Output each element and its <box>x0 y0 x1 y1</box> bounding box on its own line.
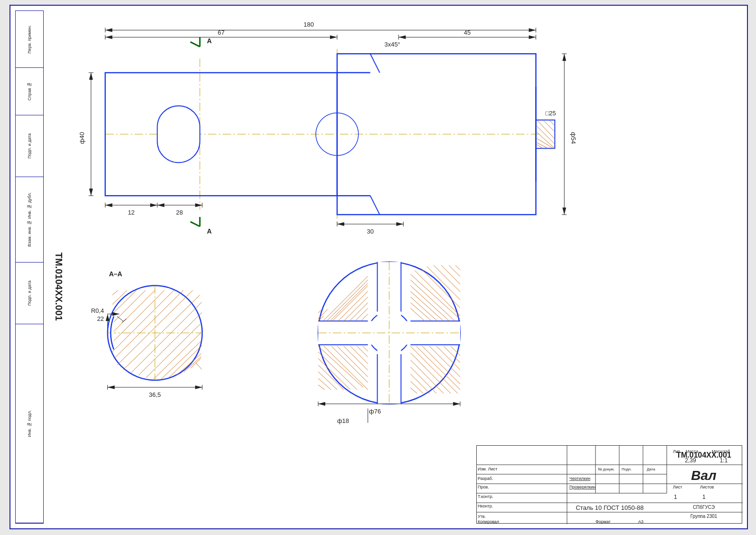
dim-chamfer: 3х45° <box>385 41 400 48</box>
utv-label: Утв. <box>478 514 486 519</box>
cut-a-bot: А <box>207 227 212 235</box>
dim-22: 22 <box>97 315 104 322</box>
svg-rect-21 <box>157 106 200 163</box>
title-rotated-area: ТМ.0104ХХ.001 <box>45 10 83 105</box>
sidebar-vzam: Взам. инв. № Инв. № дубл. <box>16 177 43 263</box>
drawing-sheet: Перв. примен. Справ № Подп. и дата Взам.… <box>9 5 748 529</box>
dim-d76: ф76 <box>369 408 381 415</box>
group-name: Группа 2301 <box>690 514 718 519</box>
sidebar-label-1: Перв. примен. <box>27 25 32 54</box>
svg-marker-136 <box>89 188 93 196</box>
format-label: Формат <box>595 519 611 524</box>
cut-a-top: А <box>207 37 212 45</box>
lit-label: Лит <box>673 449 680 454</box>
prov-label: Пров. <box>478 485 489 489</box>
sheet-num: 1 <box>674 494 677 500</box>
svg-marker-135 <box>89 73 93 80</box>
title-block-svg: Вал ТМ.0104ХХ.001 Лит Масса Масштаб 2,39… <box>477 446 743 524</box>
svg-line-43 <box>113 291 118 295</box>
svg-line-5 <box>370 54 380 73</box>
svg-marker-122 <box>105 28 113 32</box>
scale-value: 1:1 <box>720 457 728 464</box>
dim-25: □25 <box>545 110 556 117</box>
svg-marker-141 <box>562 207 566 215</box>
dim-67: 67 <box>218 29 225 36</box>
svg-marker-146 <box>150 203 157 207</box>
svg-marker-150 <box>157 203 164 207</box>
listov-label: Листов <box>700 485 714 489</box>
svg-line-17 <box>543 120 555 132</box>
dim-28: 28 <box>176 209 183 216</box>
sidebar: Перв. примен. Справ № Подп. и дата Взам.… <box>15 10 44 524</box>
svg-line-18 <box>549 120 555 126</box>
masshtab-label: Масштаб <box>712 449 730 454</box>
svg-line-118 <box>190 222 200 226</box>
sidebar-inv: Инв. № подл. <box>16 324 43 523</box>
svg-marker-169 <box>318 402 325 406</box>
sidebar-sprav: Справ № <box>16 68 43 115</box>
nodok-header: № докум. <box>598 467 614 471</box>
designer-name: Чертилкин <box>569 476 590 481</box>
massa-label: Масса <box>686 449 699 454</box>
sidebar-label-3: Подп. и дата <box>27 133 32 159</box>
svg-line-39 <box>196 363 202 369</box>
format-value: А3 <box>638 519 643 524</box>
svg-line-98 <box>318 378 331 390</box>
sidebar-perv: Перв. примен. <box>16 11 43 68</box>
svg-marker-145 <box>105 203 113 207</box>
sidebar-label-4: Взам. инв. № Инв. № дубл. <box>27 192 32 247</box>
dim-12: 12 <box>128 209 134 216</box>
svg-marker-170 <box>453 402 460 406</box>
svg-marker-131 <box>529 35 536 39</box>
dim-r04: R0,4 <box>91 307 104 314</box>
sheets-total: 1 <box>702 494 706 500</box>
mass-value: 2,39 <box>685 457 696 464</box>
dim-d54: ф54 <box>570 132 577 144</box>
list-label: Лист <box>673 485 682 489</box>
dim-365: 36,5 <box>149 391 161 398</box>
dim-180: 180 <box>303 21 314 28</box>
podp-header: Подп. <box>622 467 632 471</box>
svg-marker-140 <box>562 54 566 61</box>
drawing-title-rotated: ТМ.0104ХХ.001 <box>54 253 64 321</box>
svg-marker-128 <box>330 35 337 39</box>
kopiroval-label: Копировал <box>478 519 499 524</box>
svg-marker-130 <box>398 35 406 39</box>
org-name: СПбГУСЭ <box>693 505 715 510</box>
svg-marker-155 <box>396 222 403 226</box>
svg-line-116 <box>190 42 200 47</box>
svg-line-84 <box>449 265 460 277</box>
sidebar-label-5: Подп. и дата <box>27 281 32 306</box>
dim-45: 45 <box>464 29 471 36</box>
svg-line-85 <box>455 265 460 270</box>
svg-marker-127 <box>105 35 113 39</box>
svg-marker-151 <box>195 203 202 207</box>
svg-marker-154 <box>337 222 344 226</box>
svg-marker-164 <box>108 385 115 389</box>
dim-d18: ф18 <box>337 417 349 424</box>
svg-marker-160 <box>106 314 110 321</box>
tkontrol-label: Т.контр. <box>478 494 493 499</box>
svg-marker-123 <box>529 28 536 32</box>
svg-line-8 <box>370 196 380 215</box>
nkontrol-label: Нконтр. <box>478 504 493 508</box>
checker-name: Проверялкин <box>569 485 595 489</box>
svg-line-83 <box>441 265 460 284</box>
sidebar-podp2: Подп. и дата <box>16 263 43 324</box>
izm-label: Изм. Лист <box>478 467 497 471</box>
razrab-label: Разраб. <box>478 476 493 481</box>
dim-d40: ф40 <box>78 132 85 144</box>
svg-line-99 <box>318 385 325 390</box>
data-header: Дата <box>647 467 655 471</box>
title-block: Вал ТМ.0104ХХ.001 Лит Масса Масштаб 2,39… <box>476 445 742 524</box>
sidebar-label-2: Справ № <box>27 82 32 101</box>
section-aa-label: А–А <box>109 270 123 278</box>
dim-30: 30 <box>367 228 373 235</box>
material-value: Сталь 10 ГОСТ 1050-88 <box>576 504 643 511</box>
svg-marker-165 <box>195 385 202 389</box>
part-name: Вал <box>691 468 717 483</box>
sidebar-label-6: Инв. № подл. <box>27 410 32 437</box>
drawing-area: А–А <box>44 10 744 447</box>
sidebar-podp1: Подп. и дата <box>16 115 43 177</box>
